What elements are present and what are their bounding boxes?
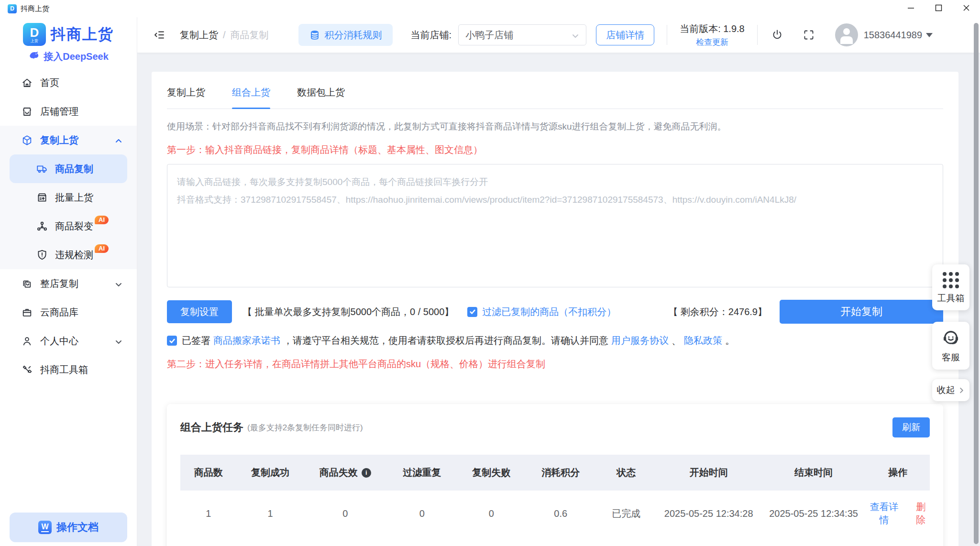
view-details-link[interactable]: 查看详情 (866, 501, 903, 526)
delete-link[interactable]: 删除 (912, 501, 930, 526)
shop-detail-button[interactable]: 店铺详情 (596, 24, 654, 45)
avatar[interactable] (835, 23, 858, 46)
tab-datapack-upload[interactable]: 数据包上货 (297, 86, 345, 109)
points-rule-button[interactable]: 积分消耗规则 (298, 24, 393, 46)
check-update-link[interactable]: 检查更新 (680, 37, 745, 48)
titlebar: D 抖商上货 (0, 0, 980, 17)
sidebar-item-shop-manage[interactable]: 店铺管理 (0, 97, 137, 126)
sidebar-item-whole-store-copy[interactable]: 整店复制 (0, 269, 137, 298)
sidebar-item-personal-center[interactable]: 个人中心 (0, 327, 137, 355)
account-menu[interactable]: 15836441989 (864, 30, 933, 41)
sidebar-item-toolbox[interactable]: 抖商工具箱 (0, 355, 137, 384)
avatar-shoulders (840, 36, 853, 44)
ai-badge: AI (95, 244, 109, 253)
sidebar-item-cloud-products[interactable]: 云商品库 (0, 298, 137, 327)
scrollbar-thumb[interactable] (974, 23, 979, 544)
cell-end-time: 2025-05-25 12:34:35 (761, 491, 866, 536)
operation-doc-button[interactable]: W 操作文档 (10, 513, 127, 542)
breadcrumb-parent[interactable]: 复制上货 (180, 29, 218, 42)
info-icon[interactable]: i (362, 468, 371, 478)
textarea-placeholder-line2: 抖音格式支持：3712987102917558457、https://haohu… (177, 191, 933, 208)
col-copy-success: 复制成功 (237, 455, 304, 491)
tab-copy-upload[interactable]: 复制上货 (167, 86, 205, 109)
agreement-separator: 、 (672, 334, 681, 347)
caret-down-icon (926, 33, 933, 37)
maximize-icon (935, 4, 942, 13)
power-icon[interactable] (771, 29, 783, 41)
chevron-down-icon (572, 31, 579, 39)
header-divider (667, 25, 667, 45)
usage-note: 使用场景：针对部分抖音商品找不到有利润货源的情况，此复制方式可直接将抖音商品详情… (167, 120, 943, 133)
sidebar-item-product-fission[interactable]: 商品裂变 AI (10, 212, 127, 240)
refresh-button[interactable]: 刷新 (892, 417, 930, 437)
shop-select[interactable]: 小鸭子店铺 (458, 24, 586, 45)
points-left-text: 【 剩余积分：2476.9】 (668, 306, 767, 318)
avatar-head (843, 28, 850, 35)
account-phone: 15836441989 (864, 30, 922, 41)
filter-copied-checkbox-wrap[interactable]: 过滤已复制的商品（不扣积分） (467, 306, 616, 318)
tools-icon (21, 364, 33, 376)
floating-service-button[interactable]: 客服 (932, 322, 969, 370)
sidebar-item-violation-check[interactable]: 违规检测 AI (10, 240, 127, 269)
sidebar-item-batch-upload[interactable]: 批量上货 (10, 183, 127, 212)
agreement-row: 已签署 商品搬家承诺书 ，请遵守平台相关规范，使用者请获取授权后再进行商品复制。… (167, 334, 943, 347)
sidebar-item-home[interactable]: 首页 (0, 68, 137, 97)
box-upload-icon (36, 191, 48, 204)
copy-settings-button[interactable]: 复制设置 (167, 300, 232, 323)
terms-link[interactable]: 用户服务协议 (611, 334, 669, 347)
sidebar-item-label: 抖商工具箱 (40, 363, 88, 376)
promise-letter-link[interactable]: 商品搬家承诺书 (213, 334, 280, 347)
product-links-textarea[interactable]: 请输入商品链接，每次最多支持复制5000个商品，每个商品链接回车换行分开 抖音格… (167, 164, 943, 287)
task-section: 组合上货任务 (最多支持2条复制任务同时进行) 刷新 商品数 (167, 404, 943, 546)
app-icon: D (8, 4, 17, 13)
service-label: 客服 (942, 351, 960, 364)
breadcrumb-current: 商品复制 (231, 29, 269, 42)
cell-actions: 查看详情 删除 (866, 491, 930, 536)
textarea-placeholder-line1: 请输入商品链接，每次最多支持复制5000个商品，每个商品链接回车换行分开 (177, 173, 933, 191)
chevron-down-icon (115, 280, 122, 287)
minimize-button[interactable] (897, 0, 925, 17)
task-table: 商品数 复制成功 商品失效 i 过滤重复 复 (180, 455, 930, 536)
sidebar-item-copy-upload[interactable]: 复制上货 (0, 126, 137, 154)
window-controls (897, 0, 980, 17)
tab-bar: 复制上货 组合上货 数据包上货 (167, 86, 943, 109)
cloud-box-icon (21, 306, 33, 318)
coins-icon (309, 29, 320, 41)
filter-copied-checkbox[interactable] (467, 307, 477, 317)
privacy-link[interactable]: 隐私政策 (684, 334, 722, 347)
agreement-checkbox[interactable] (167, 336, 177, 346)
tab-combo-upload[interactable]: 组合上货 (232, 86, 270, 109)
sidebar-nav: 首页 店铺管理 复制上货 商品复制 (0, 68, 137, 508)
floating-collapse-button[interactable]: 收起 (932, 379, 969, 401)
logo: D 上货 抖商上货 (0, 23, 137, 46)
package-icon (21, 134, 33, 146)
truck-icon (36, 163, 48, 175)
maximize-button[interactable] (925, 0, 952, 17)
sidebar-fold-icon[interactable] (153, 29, 165, 41)
sidebar-item-label: 复制上货 (40, 134, 78, 147)
task-header: 组合上货任务 (最多支持2条复制任务同时进行) 刷新 (180, 417, 930, 437)
sidebar: D 上货 抖商上货 接入DeepSeek 首页 店铺管理 (0, 17, 137, 546)
fullscreen-icon[interactable] (803, 29, 815, 41)
main-card: 复制上货 组合上货 数据包上货 使用场景：针对部分抖音商品找不到有利润货源的情况… (152, 72, 958, 546)
deepseek-banner[interactable]: 接入DeepSeek (0, 49, 137, 64)
floating-toolbox-button[interactable]: 工具箱 (932, 264, 969, 310)
cell-copy-failed: 0 (458, 491, 525, 536)
headset-icon (941, 328, 961, 348)
network-icon (36, 220, 48, 232)
logo-icon-subtext: 上货 (31, 39, 38, 43)
start-copy-button[interactable]: 开始复制 (780, 300, 943, 324)
cell-filter-duplicate: 0 (386, 491, 458, 536)
task-title: 组合上货任务 (180, 420, 243, 435)
table-row: 1 1 0 0 0 0.6 已完成 2025-05-25 12:34:28 20… (180, 491, 930, 536)
word-doc-icon: W (38, 521, 52, 534)
sidebar-item-product-copy[interactable]: 商品复制 (10, 154, 127, 183)
cell-points-consumed: 0.6 (525, 491, 596, 536)
sidebar-item-label: 批量上货 (55, 191, 93, 204)
agreement-suffix: 。 (725, 334, 735, 347)
sidebar-item-label: 个人中心 (40, 335, 78, 348)
sidebar-item-label: 店铺管理 (40, 105, 78, 118)
window-title: 抖商上货 (21, 4, 49, 13)
col-points-consumed: 消耗积分 (525, 455, 596, 491)
close-button[interactable] (952, 0, 980, 17)
